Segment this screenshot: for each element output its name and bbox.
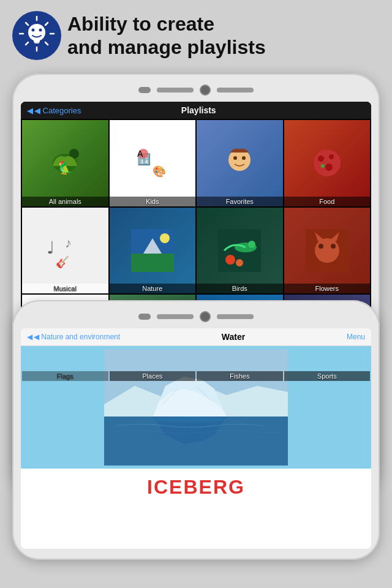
svg-point-43	[318, 244, 323, 249]
grid-label-kids: Kids	[110, 197, 196, 206]
back-chevron-2: ◀	[27, 333, 32, 341]
svg-point-27	[325, 164, 333, 171]
grid-label-flags: Flags	[22, 371, 108, 381]
screen-2-nav: ◀ ◀ Nature and environment Water Menu	[21, 328, 371, 346]
screen-2-back-label: ◀ Nature and environment	[34, 333, 120, 341]
svg-point-35	[160, 233, 170, 243]
grid-label-birds: Birds	[197, 284, 283, 293]
svg-text:♪: ♪	[65, 235, 72, 251]
svg-point-25	[318, 156, 324, 162]
grid-item-all-animals[interactable]: 🦜 All animals	[22, 120, 108, 206]
back-chevron: ◀	[27, 106, 33, 115]
grid-item-flowers[interactable]: Flowers	[284, 208, 371, 294]
phone-2-screen: ◀ ◀ Nature and environment Water Menu	[21, 328, 371, 549]
grid-label-all-animals: All animals	[22, 197, 108, 206]
screen-1-nav: ◀ ◀ Categories Playlists	[21, 102, 371, 119]
svg-point-10	[32, 29, 35, 32]
grid-item-food[interactable]: Food	[284, 120, 371, 206]
svg-text:♩: ♩	[47, 238, 55, 257]
svg-point-38	[248, 241, 255, 248]
svg-point-40	[236, 259, 243, 266]
svg-rect-13	[34, 42, 39, 43]
svg-point-44	[331, 244, 336, 249]
svg-point-9	[28, 24, 45, 41]
screen-2-menu-button[interactable]: Menu	[347, 333, 365, 341]
grid-label-sports: Sports	[284, 371, 371, 381]
grid-label-food: Food	[284, 197, 371, 206]
phone-2-body: ◀ ◀ Nature and environment Water Menu	[12, 300, 380, 560]
flashcard-word: ICEBERG	[21, 469, 371, 502]
svg-point-11	[39, 29, 42, 32]
screen-2-back-button[interactable]: ◀ ◀ Nature and environment	[27, 333, 120, 341]
grid-label-fishes: Fishes	[197, 371, 283, 381]
screen-2-title: Water	[120, 332, 347, 342]
grid-item-musical[interactable]: ♩ ♪ 🎸 Musical	[22, 208, 108, 294]
grid-label-flowers: Flowers	[284, 284, 371, 293]
svg-point-24	[314, 149, 341, 176]
svg-rect-12	[34, 40, 40, 42]
app-header: Ability to create and manage playlists	[0, 0, 392, 66]
grid-item-birds[interactable]: Birds	[197, 208, 283, 294]
grid-label-places: Places	[110, 371, 196, 381]
svg-text:🎨: 🎨	[153, 165, 167, 178]
svg-point-42	[315, 238, 339, 263]
grid-label-musical: Musical	[22, 284, 108, 293]
phone-2-top-bar	[21, 311, 371, 322]
back-label: ◀ Categories	[34, 106, 81, 115]
svg-rect-33	[131, 254, 174, 272]
svg-point-26	[329, 154, 334, 159]
phone-2: ◀ ◀ Nature and environment Water Menu	[12, 300, 380, 560]
screen-1-title: Playlists	[81, 105, 316, 115]
svg-text:A: A	[137, 149, 143, 159]
svg-point-39	[225, 255, 235, 265]
grid-item-favorites[interactable]: Favorites	[197, 120, 283, 206]
app-logo	[12, 11, 61, 60]
back-button[interactable]: ◀ ◀ Categories	[27, 106, 81, 115]
grid-label-nature: Nature	[110, 284, 196, 293]
grid-item-nature[interactable]: Nature	[110, 208, 196, 294]
svg-text:🎸: 🎸	[56, 255, 70, 269]
svg-point-22	[233, 156, 237, 160]
logo-icon	[18, 15, 55, 56]
iceberg-image	[21, 346, 371, 469]
header-title: Ability to create and manage playlists	[67, 12, 266, 59]
svg-text:🦜: 🦜	[58, 160, 73, 175]
phone-1-top-bar	[21, 85, 371, 96]
svg-point-23	[242, 156, 246, 160]
svg-point-92	[153, 417, 227, 423]
grid-label-favorites: Favorites	[197, 197, 283, 206]
svg-point-28	[321, 164, 325, 168]
grid-item-kids[interactable]: 🔢 🎨 A Kids	[110, 120, 196, 206]
